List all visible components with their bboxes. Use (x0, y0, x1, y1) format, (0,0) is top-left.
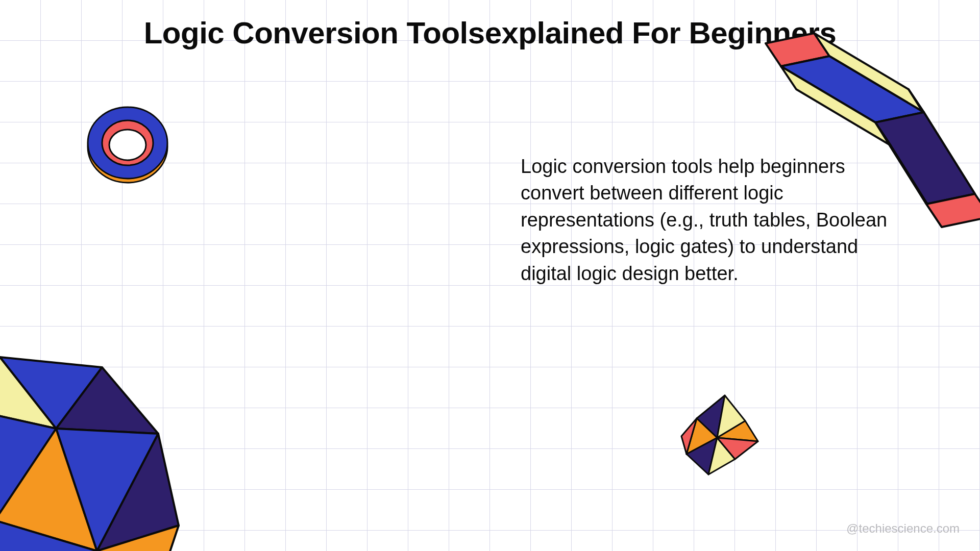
slide-canvas: Logic Conversion Toolsexplained For Begi… (0, 0, 980, 551)
ring-icon (82, 92, 174, 194)
watermark: @techiescience.com (846, 521, 960, 536)
gem-icon (679, 393, 761, 485)
svg-marker-8 (875, 112, 975, 204)
chevron-3d-icon (735, 26, 980, 260)
polyhedron-icon (0, 327, 225, 551)
svg-point-3 (109, 130, 146, 160)
